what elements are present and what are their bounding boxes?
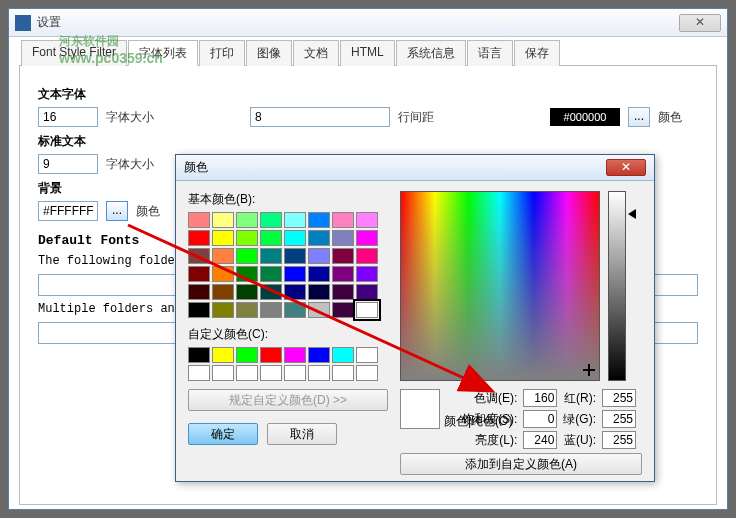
color-spectrum[interactable] [400,191,600,381]
basic-swatch[interactable] [188,248,210,264]
custom-swatch[interactable] [308,347,330,363]
basic-swatch[interactable] [284,302,306,318]
lum-input[interactable] [523,431,557,449]
basic-swatch[interactable] [356,266,378,282]
basic-swatch[interactable] [284,248,306,264]
ok-button[interactable]: 确定 [188,423,258,445]
cancel-button[interactable]: 取消 [267,423,337,445]
basic-swatch[interactable] [332,284,354,300]
basic-swatch[interactable] [236,212,258,228]
tab-language[interactable]: 语言 [467,40,513,66]
define-custom-button[interactable]: 规定自定义颜色(D) >> [188,389,388,411]
basic-swatch[interactable] [236,302,258,318]
basic-swatch[interactable] [356,302,378,318]
custom-swatch[interactable] [332,347,354,363]
color-dialog-close-button[interactable]: ✕ [606,159,646,176]
custom-swatch[interactable] [284,347,306,363]
basic-swatch[interactable] [260,266,282,282]
basic-swatch[interactable] [212,266,234,282]
basic-swatch[interactable] [236,266,258,282]
hue-input[interactable] [523,389,557,407]
basic-swatch[interactable] [212,284,234,300]
custom-swatch[interactable] [260,365,282,381]
basic-swatch[interactable] [332,266,354,282]
tab-font-style-filter[interactable]: Font Style Filter [21,40,127,66]
custom-swatch[interactable] [284,365,306,381]
basic-colors-grid [188,212,388,318]
custom-swatch[interactable] [212,347,234,363]
basic-swatch[interactable] [188,302,210,318]
basic-swatch[interactable] [356,212,378,228]
basic-swatch[interactable] [356,230,378,246]
luminance-pointer[interactable] [628,209,636,219]
basic-swatch[interactable] [212,248,234,264]
basic-swatch[interactable] [332,248,354,264]
add-custom-color-button[interactable]: 添加到自定义颜色(A) [400,453,642,475]
tab-html[interactable]: HTML [340,40,395,66]
basic-swatch[interactable] [284,230,306,246]
red-input[interactable] [602,389,636,407]
basic-swatch[interactable] [308,248,330,264]
basic-swatch[interactable] [188,284,210,300]
custom-swatch[interactable] [188,365,210,381]
basic-swatch[interactable] [284,212,306,228]
custom-swatch[interactable] [260,347,282,363]
basic-swatch[interactable] [332,212,354,228]
tab-save[interactable]: 保存 [514,40,560,66]
custom-swatch[interactable] [212,365,234,381]
blue-input[interactable] [602,431,636,449]
custom-swatch[interactable] [236,365,258,381]
basic-swatch[interactable] [260,212,282,228]
basic-swatch[interactable] [260,248,282,264]
basic-swatch[interactable] [236,248,258,264]
basic-swatch[interactable] [212,212,234,228]
basic-swatch[interactable] [236,284,258,300]
background-color-picker-button[interactable]: ... [106,201,128,221]
custom-swatch[interactable] [332,365,354,381]
basic-swatch[interactable] [308,302,330,318]
basic-swatch[interactable] [212,230,234,246]
basic-swatch[interactable] [284,284,306,300]
basic-swatch[interactable] [260,284,282,300]
basic-swatch[interactable] [188,230,210,246]
tab-image[interactable]: 图像 [246,40,292,66]
tab-print[interactable]: 打印 [199,40,245,66]
tab-sysinfo[interactable]: 系统信息 [396,40,466,66]
window-title: 设置 [37,14,679,31]
background-value[interactable] [38,201,98,221]
text-font-value[interactable] [38,107,98,127]
basic-swatch[interactable] [308,284,330,300]
standard-text-value[interactable] [38,154,98,174]
close-button[interactable]: ✕ [679,14,721,32]
text-color-chip: #000000 [550,108,620,126]
basic-swatch[interactable] [356,248,378,264]
basic-swatch[interactable] [260,302,282,318]
green-input[interactable] [602,410,636,428]
custom-swatch[interactable] [308,365,330,381]
color-dialog-title: 颜色 [184,159,606,176]
basic-swatch[interactable] [308,266,330,282]
basic-swatch[interactable] [308,212,330,228]
color-dialog: 颜色 ✕ 基本颜色(B): 自定义颜色(C): 规定自定义颜色(D) >> 确定… [175,154,655,482]
basic-swatch[interactable] [332,302,354,318]
tab-font-list[interactable]: 字体列表 [128,40,198,66]
sat-input[interactable] [523,410,557,428]
tab-document[interactable]: 文档 [293,40,339,66]
basic-swatch[interactable] [212,302,234,318]
basic-swatch[interactable] [308,230,330,246]
text-font-size[interactable] [250,107,390,127]
basic-swatch[interactable] [236,230,258,246]
custom-swatch[interactable] [356,365,378,381]
lum-label: 亮度(L): [462,432,517,449]
custom-swatch[interactable] [356,347,378,363]
basic-swatch[interactable] [356,284,378,300]
basic-swatch[interactable] [188,266,210,282]
basic-swatch[interactable] [284,266,306,282]
custom-swatch[interactable] [236,347,258,363]
basic-swatch[interactable] [260,230,282,246]
luminance-bar[interactable] [608,191,626,381]
basic-swatch[interactable] [332,230,354,246]
text-color-picker-button[interactable]: ... [628,107,650,127]
basic-swatch[interactable] [188,212,210,228]
custom-swatch[interactable] [188,347,210,363]
